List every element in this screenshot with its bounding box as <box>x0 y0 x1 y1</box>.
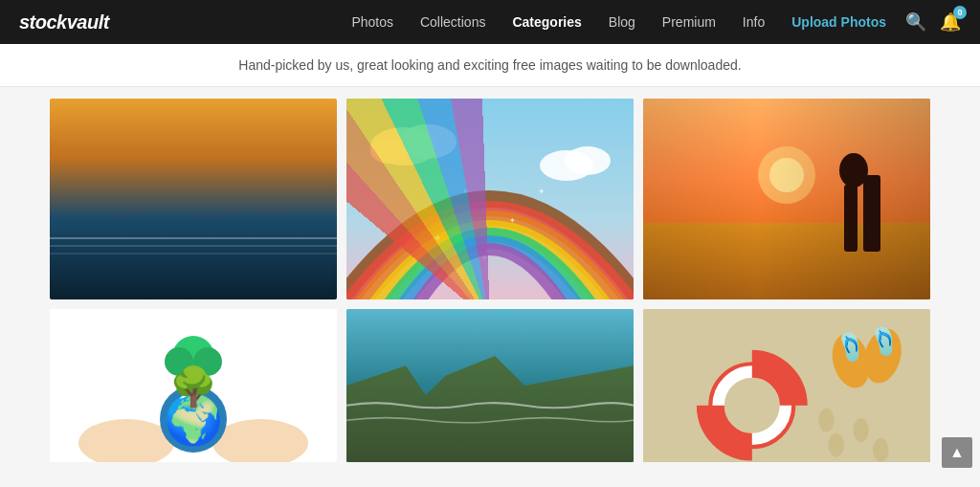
nav-collections[interactable]: Collections <box>420 14 485 30</box>
nav-links: Photos Collections Categories Blog Premi… <box>351 14 886 30</box>
nav-icons: 🔍 🔔 0 <box>905 11 961 33</box>
svg-point-27 <box>193 347 222 376</box>
svg-point-40 <box>828 433 844 457</box>
subtitle-text: Hand-picked by us, great looking and exc… <box>238 57 741 73</box>
nav-categories[interactable]: Categories <box>512 14 581 30</box>
search-icon[interactable]: 🔍 <box>905 11 926 33</box>
svg-point-1 <box>370 127 437 166</box>
grid-row-top: ✦ ✦ ✦ ✦ ✦ <box>50 99 930 299</box>
svg-point-5 <box>565 146 611 175</box>
navbar: stockvault Photos Collections Categories… <box>0 0 980 44</box>
svg-rect-11 <box>643 99 930 299</box>
nav-premium[interactable]: Premium <box>662 14 716 30</box>
svg-point-38 <box>818 409 835 432</box>
nav-photos[interactable]: Photos <box>351 14 393 30</box>
nav-upload[interactable]: Upload Photos <box>791 14 886 30</box>
svg-point-14 <box>769 158 804 192</box>
scroll-top-icon: ▲ <box>949 444 965 461</box>
photo-beach[interactable] <box>643 309 930 462</box>
svg-rect-12 <box>643 223 930 299</box>
nav-info[interactable]: Info <box>743 14 765 30</box>
photo-earth[interactable] <box>50 309 337 462</box>
svg-point-21 <box>160 386 227 453</box>
notification-icon[interactable]: 🔔 0 <box>940 11 961 33</box>
svg-rect-16 <box>844 185 858 252</box>
photo-field[interactable] <box>643 99 930 299</box>
svg-rect-15 <box>863 175 880 252</box>
photo-surfer[interactable] <box>50 99 337 299</box>
svg-point-33 <box>726 380 778 432</box>
logo[interactable]: stockvault <box>19 11 109 33</box>
svg-text:✦: ✦ <box>538 187 546 196</box>
svg-point-23 <box>197 410 212 433</box>
svg-point-39 <box>853 418 869 442</box>
svg-text:✦: ✦ <box>509 216 516 225</box>
svg-point-17 <box>839 153 868 188</box>
photo-rainbow[interactable]: ✦ ✦ ✦ ✦ ✦ <box>346 99 634 299</box>
svg-rect-0 <box>346 99 634 299</box>
svg-point-26 <box>165 347 193 376</box>
svg-text:✦: ✦ <box>480 253 488 263</box>
photo-coast[interactable] <box>346 309 634 462</box>
svg-point-4 <box>540 150 593 181</box>
notification-badge: 0 <box>953 6 967 19</box>
photo-grid: ✦ ✦ ✦ ✦ ✦ <box>0 87 980 483</box>
grid-row-bottom <box>50 309 930 462</box>
scroll-to-top-button[interactable]: ▲ <box>942 437 972 468</box>
brand-name: stockvault <box>19 11 109 33</box>
subtitle-bar: Hand-picked by us, great looking and exc… <box>0 44 980 87</box>
svg-rect-24 <box>189 366 197 390</box>
svg-text:✦: ✦ <box>461 186 469 196</box>
svg-point-41 <box>873 438 889 462</box>
svg-point-22 <box>174 395 203 433</box>
svg-point-2 <box>399 124 457 159</box>
svg-text:✦: ✦ <box>433 232 442 245</box>
svg-point-3 <box>370 139 409 164</box>
svg-point-13 <box>758 146 815 204</box>
nav-blog[interactable]: Blog <box>609 14 635 30</box>
